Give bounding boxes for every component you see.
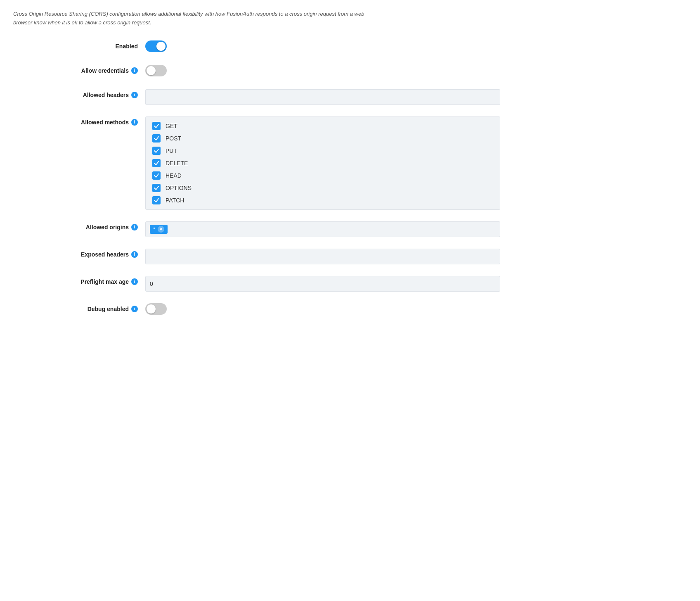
- debug-enabled-info-icon[interactable]: i: [131, 306, 138, 312]
- allow-credentials-toggle[interactable]: [145, 65, 167, 76]
- allowed-origins-tag-input[interactable]: *✕: [145, 221, 500, 237]
- allow-credentials-toggle-track[interactable]: [145, 65, 167, 76]
- allow-credentials-row: Allow credentials i: [13, 65, 687, 78]
- enabled-label: Enabled: [13, 40, 145, 50]
- allowed-method-checkbox-get[interactable]: [152, 122, 161, 130]
- allowed-headers-info-icon[interactable]: i: [131, 92, 138, 98]
- allowed-methods-row: Allowed methods i GETPOSTPUTDELETEHEADOP…: [13, 116, 687, 210]
- allowed-method-label-get: GET: [166, 123, 177, 129]
- preflight-max-age-label: Preflight max age i: [13, 276, 145, 285]
- allowed-headers-label: Allowed headers i: [13, 89, 145, 98]
- allowed-method-item: OPTIONS: [152, 184, 493, 192]
- exposed-headers-info-icon[interactable]: i: [131, 251, 138, 258]
- allowed-method-label-patch: PATCH: [166, 197, 184, 204]
- enabled-toggle-track[interactable]: [145, 40, 167, 52]
- allowed-method-checkbox-put[interactable]: [152, 147, 161, 155]
- allowed-method-checkbox-patch[interactable]: [152, 196, 161, 204]
- preflight-max-age-control: [145, 276, 500, 292]
- allowed-headers-label-text: Allowed headers: [83, 92, 129, 98]
- allowed-method-label-options: OPTIONS: [166, 185, 192, 191]
- preflight-max-age-label-text: Preflight max age: [80, 278, 129, 285]
- preflight-max-age-info-icon[interactable]: i: [131, 278, 138, 285]
- allowed-method-checkbox-head[interactable]: [152, 171, 161, 180]
- allowed-methods-label-text: Allowed methods: [81, 119, 129, 126]
- allow-credentials-toggle-thumb: [147, 66, 156, 75]
- allow-credentials-label-text: Allow credentials: [81, 67, 129, 74]
- exposed-headers-control: [145, 249, 500, 264]
- debug-enabled-label: Debug enabled i: [13, 303, 145, 312]
- allow-credentials-info-icon[interactable]: i: [131, 67, 138, 74]
- allowed-origin-tag-text: *: [153, 226, 155, 232]
- allowed-headers-control: [145, 89, 500, 105]
- allowed-method-item: PUT: [152, 147, 493, 155]
- allowed-method-label-head: HEAD: [166, 172, 182, 179]
- debug-enabled-label-text: Debug enabled: [88, 306, 129, 312]
- allowed-origins-control: *✕: [145, 221, 500, 237]
- exposed-headers-row: Exposed headers i: [13, 249, 687, 264]
- debug-enabled-toggle[interactable]: [145, 303, 167, 315]
- allowed-method-item: DELETE: [152, 159, 493, 167]
- allowed-method-item: HEAD: [152, 171, 493, 180]
- allowed-methods-label: Allowed methods i: [13, 116, 145, 126]
- exposed-headers-label: Exposed headers i: [13, 249, 145, 258]
- preflight-max-age-row: Preflight max age i: [13, 276, 687, 292]
- allowed-methods-control: GETPOSTPUTDELETEHEADOPTIONSPATCH: [145, 116, 500, 210]
- allowed-origins-label: Allowed origins i: [13, 221, 145, 230]
- allow-credentials-control: [145, 65, 500, 78]
- allowed-methods-info-icon[interactable]: i: [131, 119, 138, 126]
- enabled-control: [145, 40, 500, 53]
- allowed-method-item: GET: [152, 122, 493, 130]
- allowed-headers-row: Allowed headers i: [13, 89, 687, 105]
- debug-enabled-row: Debug enabled i: [13, 303, 687, 316]
- debug-enabled-toggle-track[interactable]: [145, 303, 167, 315]
- enabled-row: Enabled: [13, 40, 687, 53]
- allow-credentials-label: Allow credentials i: [13, 65, 145, 74]
- allowed-method-item: POST: [152, 134, 493, 143]
- allowed-method-item: PATCH: [152, 196, 493, 204]
- enabled-label-text: Enabled: [116, 43, 138, 50]
- debug-enabled-toggle-thumb: [147, 304, 156, 314]
- allowed-origins-label-text: Allowed origins: [86, 224, 129, 230]
- allowed-method-checkbox-post[interactable]: [152, 134, 161, 143]
- allowed-origin-tag-remove[interactable]: ✕: [158, 226, 164, 233]
- allowed-method-label-put: PUT: [166, 147, 177, 154]
- enabled-toggle[interactable]: [145, 40, 167, 52]
- exposed-headers-label-text: Exposed headers: [81, 251, 129, 258]
- allowed-method-checkbox-options[interactable]: [152, 184, 161, 192]
- allowed-origin-tag: *✕: [150, 225, 168, 234]
- allowed-methods-list: GETPOSTPUTDELETEHEADOPTIONSPATCH: [145, 116, 500, 210]
- allowed-method-checkbox-delete[interactable]: [152, 159, 161, 167]
- allowed-method-label-post: POST: [166, 135, 181, 142]
- allowed-origins-row: Allowed origins i *✕: [13, 221, 687, 237]
- exposed-headers-input[interactable]: [145, 249, 500, 264]
- allowed-method-label-delete: DELETE: [166, 160, 188, 166]
- allowed-headers-input[interactable]: [145, 89, 500, 105]
- allowed-origins-info-icon[interactable]: i: [131, 224, 138, 230]
- debug-enabled-control: [145, 303, 500, 316]
- page-description: Cross Origin Resource Sharing (CORS) con…: [13, 10, 385, 27]
- preflight-max-age-input[interactable]: [145, 276, 500, 292]
- enabled-toggle-thumb: [156, 42, 166, 51]
